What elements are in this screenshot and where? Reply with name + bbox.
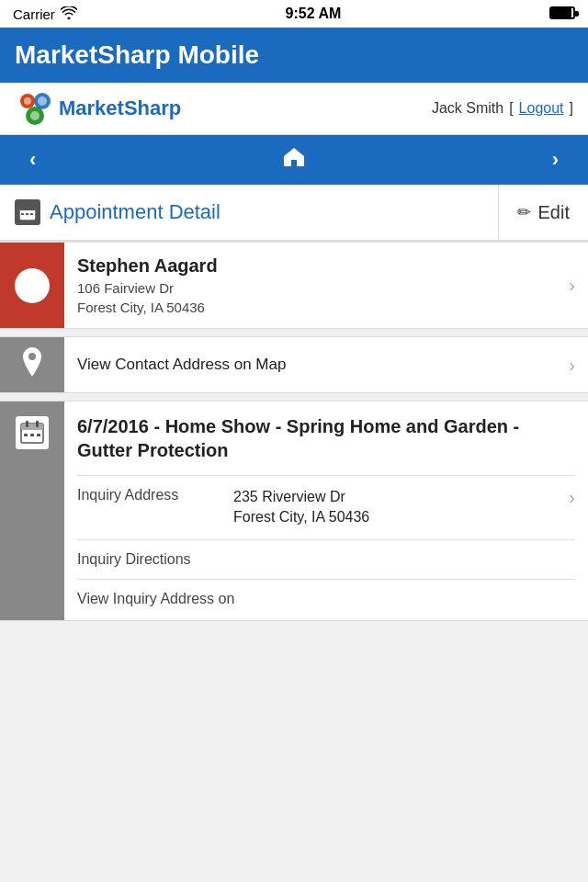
appt-icon-col bbox=[0, 401, 64, 620]
svg-rect-20 bbox=[30, 434, 34, 436]
brand-name: MarketSharp bbox=[59, 96, 181, 120]
prev-button[interactable]: ‹ bbox=[22, 148, 43, 172]
svg-rect-10 bbox=[21, 213, 24, 215]
contact-info: Stephen Aagard 106 Fairview Dr Forest Ci… bbox=[64, 243, 556, 328]
home-button[interactable] bbox=[282, 146, 306, 174]
page-title-section: Appointment Detail bbox=[0, 185, 499, 240]
svg-rect-17 bbox=[26, 421, 28, 427]
calendar-icon bbox=[15, 199, 40, 225]
map-card[interactable]: View Contact Address on Map › bbox=[0, 336, 588, 393]
brand-logo: MarketSharp bbox=[15, 92, 181, 125]
svg-rect-7 bbox=[19, 206, 36, 210]
brand-bar: MarketSharp Jack Smith [ Logout ] bbox=[0, 83, 588, 135]
contact-icon-col bbox=[0, 243, 64, 328]
svg-point-13 bbox=[27, 276, 38, 287]
battery-indicator bbox=[549, 6, 575, 22]
appointment-card: 6/7/2016 - Home Show - Spring Home and G… bbox=[0, 401, 588, 621]
app-title: MarketSharp Mobile bbox=[15, 40, 259, 69]
logout-button[interactable]: Logout bbox=[519, 100, 564, 117]
svg-rect-18 bbox=[36, 421, 39, 427]
svg-point-14 bbox=[28, 353, 36, 360]
contact-address1: 106 Fairview Dr bbox=[77, 280, 543, 296]
page-title: Appointment Detail bbox=[50, 200, 220, 224]
app-header: MarketSharp Mobile bbox=[0, 28, 588, 83]
edit-icon: ✏ bbox=[517, 202, 531, 222]
user-name: Jack Smith bbox=[432, 100, 503, 117]
nav-bar: ‹ › bbox=[0, 135, 588, 185]
svg-rect-21 bbox=[37, 434, 40, 436]
svg-rect-11 bbox=[26, 213, 28, 215]
page-header: Appointment Detail ✏ Edit bbox=[0, 185, 588, 242]
svg-rect-9 bbox=[29, 203, 32, 209]
contact-address2: Forest City, IA 50436 bbox=[77, 300, 543, 315]
view-inquiry-row[interactable]: View Inquiry Address on bbox=[77, 579, 575, 607]
content-area: Stephen Aagard 106 Fairview Dr Forest Ci… bbox=[0, 242, 588, 621]
edit-label: Edit bbox=[538, 202, 570, 223]
map-icon-col bbox=[0, 337, 64, 392]
inquiry-directions-row[interactable]: Inquiry Directions bbox=[77, 539, 575, 579]
contact-name: Stephen Aagard bbox=[77, 255, 543, 277]
contact-card[interactable]: Stephen Aagard 106 Fairview Dr Forest Ci… bbox=[0, 242, 588, 329]
inquiry-address-chevron: › bbox=[569, 487, 575, 508]
inquiry-address-label: Inquiry Address bbox=[77, 487, 224, 503]
status-bar: Carrier 9:52 AM bbox=[0, 0, 588, 28]
svg-point-5 bbox=[30, 111, 40, 120]
logo-gears bbox=[15, 92, 55, 125]
appt-detail: 6/7/2016 - Home Show - Spring Home and G… bbox=[64, 401, 588, 620]
contact-chevron: › bbox=[556, 243, 588, 328]
carrier-label: Carrier bbox=[13, 6, 55, 22]
svg-rect-16 bbox=[21, 424, 43, 430]
appt-calendar-icon bbox=[16, 416, 49, 449]
map-label: View Contact Address on Map bbox=[64, 339, 556, 390]
user-info: Jack Smith [ Logout ] bbox=[432, 100, 573, 117]
appt-title: 6/7/2016 - Home Show - Spring Home and G… bbox=[77, 414, 575, 462]
status-time: 9:52 AM bbox=[286, 6, 342, 22]
svg-point-1 bbox=[38, 96, 47, 106]
bracket-close: ] bbox=[570, 100, 573, 117]
inquiry-address-row[interactable]: Inquiry Address 235 Riverview DrForest C… bbox=[77, 475, 575, 539]
map-chevron: › bbox=[556, 355, 588, 376]
inquiry-directions-label: Inquiry Directions bbox=[77, 551, 224, 568]
wifi-icon bbox=[61, 6, 77, 22]
svg-rect-8 bbox=[23, 203, 26, 209]
next-button[interactable]: › bbox=[545, 148, 566, 172]
person-icon bbox=[15, 268, 50, 303]
view-inquiry-label: View Inquiry Address on bbox=[77, 591, 234, 606]
svg-rect-12 bbox=[30, 213, 33, 215]
svg-rect-19 bbox=[24, 434, 28, 436]
svg-point-3 bbox=[24, 97, 31, 105]
map-pin-icon bbox=[19, 347, 45, 383]
bracket-open: [ bbox=[509, 100, 513, 117]
status-left: Carrier bbox=[13, 6, 77, 22]
inquiry-address-value: 235 Riverview DrForest City, IA 50436 bbox=[233, 487, 560, 528]
edit-button[interactable]: ✏ Edit bbox=[499, 187, 588, 238]
